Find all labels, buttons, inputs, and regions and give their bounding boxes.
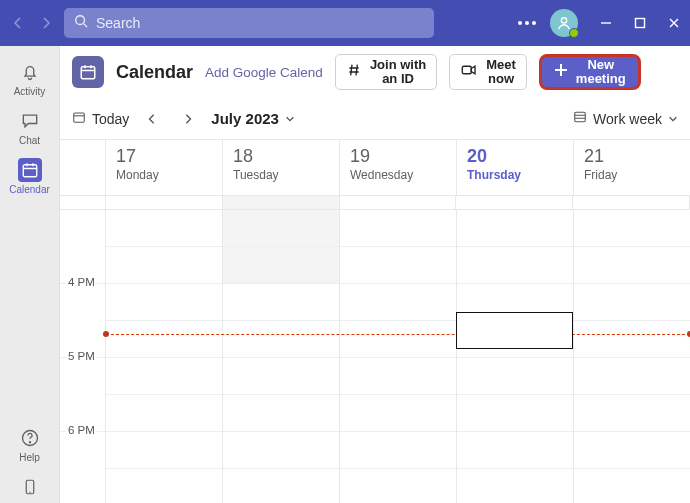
day-column[interactable] (457, 210, 574, 503)
allday-cell[interactable] (106, 196, 223, 209)
new-event-slot[interactable] (456, 312, 573, 349)
day-header[interactable]: 17Monday (106, 140, 223, 196)
chevron-down-icon (668, 111, 678, 127)
month-picker[interactable]: July 2023 (211, 110, 295, 127)
app-rail: Activity Chat Calendar Help (0, 46, 60, 503)
back-button[interactable] (8, 13, 28, 33)
calendar-icon (18, 158, 42, 182)
hour-label: 4 PM (66, 276, 97, 288)
rail-label: Help (19, 452, 40, 463)
join-with-id-button[interactable]: Join withan ID (335, 54, 437, 90)
page-title: Calendar (116, 62, 193, 83)
day-column[interactable] (340, 210, 457, 503)
rail-label: Activity (14, 86, 46, 97)
page-header: Calendar Add Google Calend Join withan I… (60, 46, 690, 98)
day-name: Wednesday (350, 168, 446, 182)
hash-icon (346, 62, 362, 81)
today-button[interactable]: Today (72, 110, 129, 127)
allday-cell[interactable] (340, 196, 457, 209)
current-time-line (106, 334, 690, 335)
add-google-calendar-link[interactable]: Add Google Calend (205, 65, 323, 80)
forward-button[interactable] (36, 13, 56, 33)
day-header[interactable]: 18Tuesday (223, 140, 340, 196)
rail-chat[interactable]: Chat (0, 101, 59, 150)
rail-help[interactable]: Help (0, 418, 59, 467)
svg-rect-10 (575, 112, 586, 121)
plus-icon (554, 63, 568, 80)
day-number: 18 (233, 146, 329, 168)
svg-rect-8 (462, 67, 471, 75)
more-menu[interactable] (512, 21, 542, 25)
allday-cell[interactable] (456, 196, 573, 209)
list-icon (573, 110, 587, 127)
prev-week-button[interactable] (139, 106, 165, 132)
rail-calendar[interactable]: Calendar (0, 150, 59, 199)
rail-device[interactable] (0, 467, 59, 503)
day-name: Friday (584, 168, 680, 182)
avatar[interactable] (550, 9, 578, 37)
svg-point-5 (29, 442, 30, 443)
rail-label: Calendar (9, 184, 50, 195)
allday-cell[interactable] (573, 196, 690, 209)
meet-now-button[interactable]: Meetnow (449, 54, 527, 90)
day-header[interactable]: 20Thursday (457, 140, 574, 196)
new-meeting-button[interactable]: Newmeeting (539, 54, 641, 90)
day-name: Tuesday (233, 168, 329, 182)
svg-point-0 (76, 16, 85, 25)
title-bar (0, 0, 690, 46)
day-number: 20 (467, 146, 563, 168)
calendar-toolbar: Today July 2023 Work week (60, 98, 690, 140)
day-column[interactable] (574, 210, 690, 503)
phone-icon (18, 475, 42, 499)
svg-rect-2 (636, 19, 645, 28)
allday-cell[interactable] (223, 196, 340, 209)
search-icon (74, 14, 88, 32)
svg-rect-3 (23, 165, 37, 177)
bell-icon (18, 60, 42, 84)
calendar-app-icon (72, 56, 104, 88)
chevron-down-icon (285, 110, 295, 127)
day-column[interactable] (223, 210, 340, 503)
maximize-button[interactable] (632, 15, 648, 31)
day-number: 19 (350, 146, 446, 168)
day-headers: 17Monday18Tuesday19Wednesday20Thursday21… (60, 140, 690, 196)
day-name: Monday (116, 168, 212, 182)
video-icon (460, 61, 478, 82)
day-number: 17 (116, 146, 212, 168)
day-header[interactable]: 19Wednesday (340, 140, 457, 196)
hour-label: 6 PM (66, 424, 97, 436)
today-icon (72, 110, 86, 127)
rail-label: Chat (19, 135, 40, 146)
day-number: 21 (584, 146, 680, 168)
close-button[interactable] (666, 15, 682, 31)
minimize-button[interactable] (598, 15, 614, 31)
chat-icon (18, 109, 42, 133)
view-picker[interactable]: Work week (573, 110, 678, 127)
day-name: Thursday (467, 168, 563, 182)
allday-row (60, 196, 690, 210)
hour-label: 5 PM (66, 350, 97, 362)
search-bar[interactable] (64, 8, 434, 38)
svg-rect-9 (74, 113, 85, 122)
help-icon (18, 426, 42, 450)
next-week-button[interactable] (175, 106, 201, 132)
presence-badge (569, 28, 579, 38)
svg-point-1 (561, 18, 566, 23)
day-column[interactable] (106, 210, 223, 503)
svg-rect-7 (81, 67, 95, 79)
day-header[interactable]: 21Friday (574, 140, 690, 196)
search-input[interactable] (96, 15, 424, 31)
rail-activity[interactable]: Activity (0, 52, 59, 101)
